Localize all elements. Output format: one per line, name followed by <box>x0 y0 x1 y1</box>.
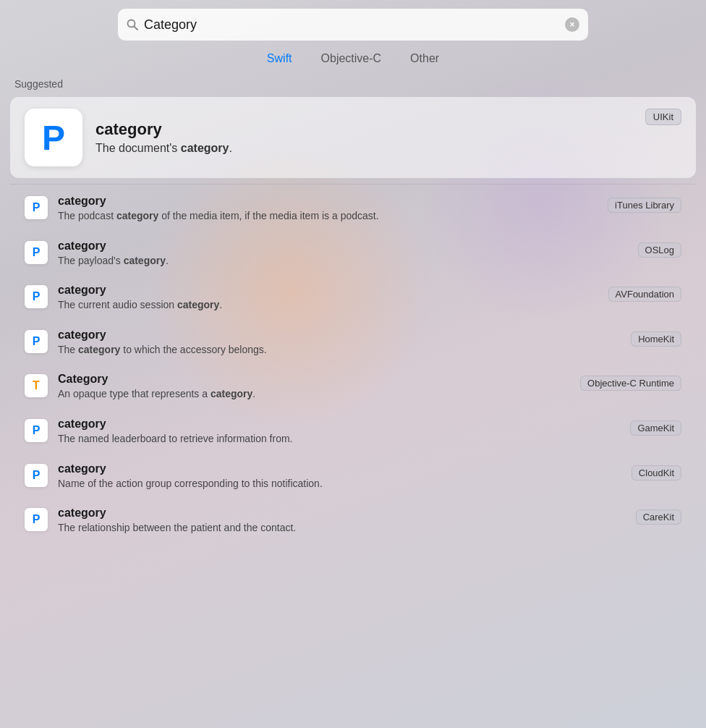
item-desc: The category to which the accessory belo… <box>58 343 621 357</box>
suggested-label: Suggested <box>14 78 706 90</box>
tab-other[interactable]: Other <box>410 51 439 67</box>
item-title: category <box>58 195 597 208</box>
item-content: category Name of the action group corres… <box>58 462 621 491</box>
featured-icon: P <box>25 109 82 166</box>
result-item[interactable]: T Category An opaque type that represent… <box>10 365 696 409</box>
item-title: category <box>58 284 598 297</box>
item-desc: Name of the action group corresponding t… <box>58 477 621 491</box>
item-icon: P <box>25 285 48 308</box>
item-badge: AVFoundation <box>608 287 681 302</box>
item-badge: OSLog <box>638 242 681 258</box>
item-icon: P <box>25 508 48 531</box>
tab-swift[interactable]: Swift <box>267 51 292 67</box>
featured-desc: The document's category. <box>95 142 232 155</box>
result-item[interactable]: P category The podcast category of the m… <box>10 187 696 231</box>
divider <box>10 184 696 185</box>
item-icon: P <box>25 241 48 264</box>
item-badge: HomeKit <box>631 331 681 347</box>
item-icon: T <box>25 374 48 397</box>
result-item[interactable]: P category The current audio session cat… <box>10 276 696 320</box>
result-item[interactable]: P category Name of the action group corr… <box>10 455 696 499</box>
svg-line-1 <box>135 27 138 30</box>
item-content: Category An opaque type that represents … <box>58 373 570 402</box>
item-desc: The named leaderboard to retrieve inform… <box>58 432 620 446</box>
item-badge: CloudKit <box>631 465 681 481</box>
item-icon: P <box>25 419 48 442</box>
featured-badge: UIKit <box>645 109 681 125</box>
search-bar: Category × <box>118 9 588 41</box>
item-desc: The current audio session category. <box>58 298 598 313</box>
item-title: category <box>58 418 620 431</box>
clear-search-button[interactable]: × <box>565 17 579 32</box>
item-desc: The payload's category. <box>58 254 628 268</box>
results-list: P category The podcast category of the m… <box>0 187 706 543</box>
featured-result[interactable]: P category The document's category. UIKi… <box>10 97 696 178</box>
item-title: category <box>58 462 621 475</box>
item-content: category The category to which the acces… <box>58 329 621 357</box>
item-content: category The current audio session categ… <box>58 284 598 313</box>
result-item[interactable]: P category The named leaderboard to retr… <box>10 410 696 454</box>
item-title: category <box>58 329 621 342</box>
result-item[interactable]: P category The category to which the acc… <box>10 321 696 365</box>
item-title: category <box>58 507 626 520</box>
search-icon <box>127 19 138 30</box>
item-content: category The relationship between the pa… <box>58 507 626 536</box>
item-badge: GameKit <box>630 420 681 436</box>
item-content: category The named leaderboard to retrie… <box>58 418 620 446</box>
item-badge: Objective-C Runtime <box>580 376 681 391</box>
item-title: Category <box>58 373 570 386</box>
item-content: category The payload's category. <box>58 240 628 268</box>
item-desc: The podcast category of the media item, … <box>58 209 597 224</box>
language-tabs: Swift Objective-C Other <box>0 51 706 67</box>
item-badge: CareKit <box>636 509 681 525</box>
search-input[interactable]: Category <box>144 17 565 33</box>
item-icon: P <box>25 330 48 353</box>
item-title: category <box>58 240 628 253</box>
item-desc: The relationship between the patient and… <box>58 521 626 536</box>
item-content: category The podcast category of the med… <box>58 195 597 224</box>
featured-title: category <box>95 120 232 139</box>
result-item[interactable]: P category The relationship between the … <box>10 499 696 543</box>
result-item[interactable]: P category The payload's category. OSLog <box>10 232 696 276</box>
item-icon: P <box>25 196 48 219</box>
featured-text: category The document's category. <box>95 120 232 155</box>
tab-objc[interactable]: Objective-C <box>321 51 382 67</box>
item-desc: An opaque type that represents a categor… <box>58 387 570 402</box>
item-icon: P <box>25 464 48 487</box>
item-badge: iTunes Library <box>608 198 681 213</box>
